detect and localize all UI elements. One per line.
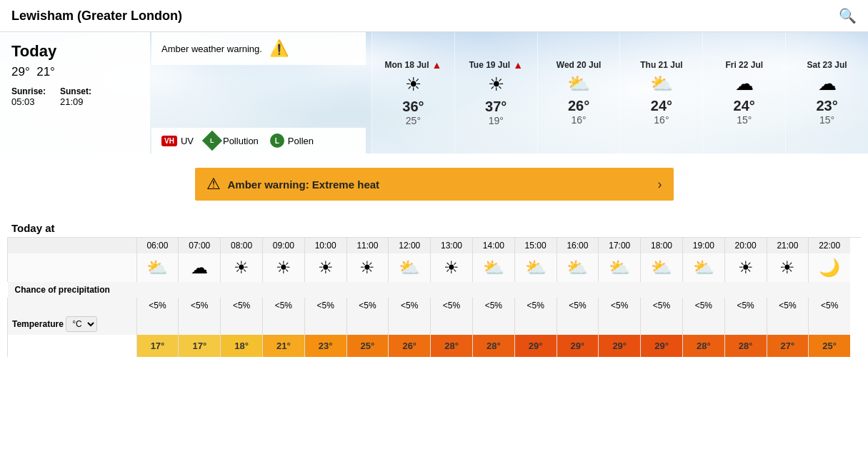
amber-warning-bar[interactable]: ⚠ Amber warning: Extreme heat ›	[195, 168, 674, 201]
search-button[interactable]: 🔍	[839, 7, 857, 24]
temp-bar-cell: 28°	[724, 335, 767, 357]
temp-bar-cell: 17°	[179, 335, 221, 357]
pollen-indicator: L Pollen	[270, 133, 314, 148]
hour-icon: ⛅	[682, 253, 724, 282]
empty-temp-unit-cell	[262, 313, 304, 335]
precip-value: <5%	[389, 298, 431, 313]
hour-icon: ⛅	[514, 253, 557, 282]
amber-bar-icon: ⚠	[206, 175, 221, 193]
empty-icon-cell	[8, 253, 137, 282]
hour-header: 17:00	[599, 238, 641, 253]
forecast-day[interactable]: Sat 23 Jul ☁ 23° 15°	[785, 32, 868, 153]
forecast-day-label: Tue 19 Jul ▲	[469, 59, 523, 71]
precip-value: <5%	[221, 298, 263, 313]
hour-header: 11:00	[346, 238, 389, 253]
sunrise-label: Sunrise:	[11, 86, 46, 96]
hour-header: 21:00	[767, 238, 809, 253]
today-label: Today	[11, 42, 139, 61]
forecast-day-high: 36°	[402, 99, 424, 115]
precip-value: <5%	[641, 298, 683, 313]
hour-header: 13:00	[431, 238, 473, 253]
pollen-label: Pollen	[288, 136, 314, 146]
amber-bar-arrow: ›	[658, 177, 662, 192]
empty-temp-unit-cell	[599, 313, 641, 335]
hour-header: 20:00	[724, 238, 767, 253]
temp-bar-cell: 26°	[389, 335, 431, 357]
warning-card: Amber weather warning. ⚠️	[151, 32, 366, 65]
empty-temp-unit-cell	[179, 313, 221, 335]
hour-header: 15:00	[514, 238, 557, 253]
forecast-day-low: 15°	[737, 114, 752, 126]
hourly-scroll[interactable]: 06:0007:0008:0009:0010:0011:0012:0013:00…	[7, 238, 861, 357]
hour-icon: ⛅	[136, 253, 179, 282]
empty-temp-unit-cell	[346, 313, 389, 335]
forecast-day[interactable]: Fri 22 Jul ☁ 24° 15°	[702, 32, 785, 153]
today-low: 21°	[36, 65, 55, 79]
today-temps: 29° 21°	[11, 65, 139, 79]
warning-icon: ⚠️	[269, 39, 289, 58]
precip-value: <5%	[304, 298, 346, 313]
warning-text: Amber weather warning.	[161, 44, 262, 54]
empty-temp-unit-cell	[304, 313, 346, 335]
today-card: Today 29° 21° Sunrise: 05:03 Sunset: 21:…	[0, 32, 150, 153]
uv-indicator: VH UV	[161, 136, 194, 146]
forecast-strip: Mon 18 Jul ▲ ☀ 36° 25° Tue 19 Jul ▲ ☀ 37…	[371, 32, 868, 153]
forecast-day-icon: ☀	[488, 74, 504, 96]
hour-header: 16:00	[557, 238, 599, 253]
empty-temp-unit-cell	[136, 313, 179, 335]
uv-label: UV	[181, 136, 194, 146]
forecast-day-icon: ☀	[405, 74, 421, 96]
forecast-day-high: 37°	[485, 99, 507, 115]
forecast-day[interactable]: Tue 19 Jul ▲ ☀ 37° 19°	[454, 32, 537, 153]
hour-header: 18:00	[641, 238, 683, 253]
empty-temp-unit-cell	[682, 313, 724, 335]
empty-temp-unit-cell	[431, 313, 473, 335]
amber-bar-text: Amber warning: Extreme heat	[228, 178, 658, 191]
hour-header: 14:00	[472, 238, 514, 253]
forecast-day-label: Fri 22 Jul	[725, 60, 763, 70]
precip-value: <5%	[179, 298, 221, 313]
temp-bar-cell: 25°	[809, 335, 850, 357]
forecast-day-icon: ☁	[818, 73, 837, 95]
hour-icon: ☀	[262, 253, 304, 282]
temp-bar-cell: 29°	[599, 335, 641, 357]
empty-precip-cell	[8, 298, 137, 313]
hour-header: 08:00	[221, 238, 263, 253]
forecast-day-label: Thu 21 Jul	[640, 60, 682, 70]
forecast-day-icon: ⛅	[650, 73, 673, 95]
temp-unit-select[interactable]: °C°F	[66, 316, 97, 332]
hour-icon: ☀	[304, 253, 346, 282]
precip-value: <5%	[809, 298, 850, 313]
precip-value: <5%	[599, 298, 641, 313]
forecast-day-low: 16°	[571, 114, 586, 126]
forecast-day-low: 25°	[406, 115, 421, 126]
forecast-day[interactable]: Wed 20 Jul ⛅ 26° 16°	[537, 32, 620, 153]
precip-label: Chance of precipitation	[8, 282, 851, 298]
hour-header: 07:00	[179, 238, 221, 253]
forecast-day-high: 26°	[568, 98, 589, 114]
temp-bar-cell: 29°	[514, 335, 557, 357]
hour-icon: ☀	[767, 253, 809, 282]
temp-bar-cell: 27°	[767, 335, 809, 357]
temp-bar-cell: 25°	[346, 335, 389, 357]
temp-bar-cell: 17°	[136, 335, 179, 357]
empty-temp-unit-cell	[767, 313, 809, 335]
empty-header	[8, 238, 137, 253]
forecast-day[interactable]: Thu 21 Jul ⛅ 24° 16°	[619, 32, 702, 153]
page-title: Lewisham (Greater London)	[11, 9, 182, 24]
forecast-day-label: Sat 23 Jul	[807, 60, 847, 70]
forecast-day-high: 23°	[816, 98, 837, 114]
pollution-indicator: L Pollution	[205, 133, 259, 148]
hour-icon: ☀	[431, 253, 473, 282]
empty-temp-unit-cell	[557, 313, 599, 335]
forecast-day[interactable]: Mon 18 Jul ▲ ☀ 36° 25°	[371, 32, 454, 153]
hour-icon: ⛅	[557, 253, 599, 282]
temp-bar-cell: 28°	[682, 335, 724, 357]
hour-icon: ⛅	[389, 253, 431, 282]
today-at-header: Today at	[7, 215, 861, 237]
sunset-value: 21:09	[60, 96, 84, 107]
today-at-section: Today at 06:0007:0008:0009:0010:0011:001…	[0, 215, 868, 357]
forecast-day-high: 24°	[734, 98, 755, 114]
alert-icon: ▲	[431, 59, 442, 71]
forecast-day-label: Wed 20 Jul	[557, 60, 601, 70]
